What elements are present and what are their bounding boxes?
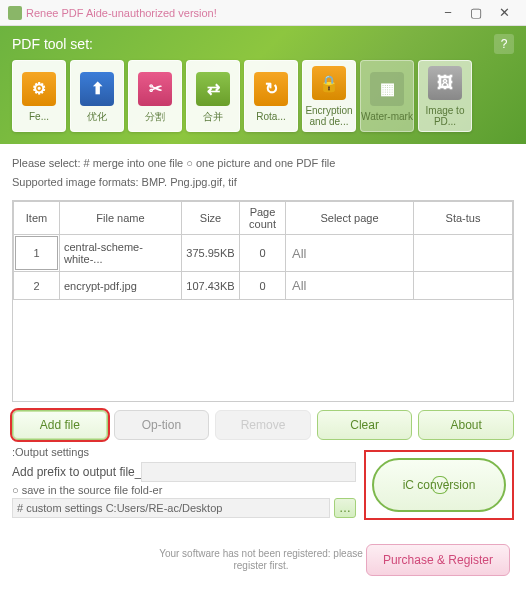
tool-fe[interactable]: ⚙Fe... xyxy=(12,60,66,132)
body: Please select: # merge into one file ○ o… xyxy=(0,144,526,532)
formats-text: Supported image formats: BMP. Png.jpg.gi… xyxy=(12,176,514,188)
maximize-button[interactable]: ▢ xyxy=(462,1,490,25)
cell-item: 2 xyxy=(14,272,60,300)
convert-box: iC conversion xyxy=(364,450,514,520)
image-icon: 🖼 xyxy=(428,66,462,100)
scissors-icon: ✂ xyxy=(138,72,172,106)
file-table-wrap: Item File name Size Page count Select pa… xyxy=(12,200,514,402)
option-button[interactable]: Op-tion xyxy=(114,410,210,440)
file-table: Item File name Size Page count Select pa… xyxy=(13,201,513,300)
cell-selectpage[interactable]: All xyxy=(286,272,414,300)
tool-image-to-pdf[interactable]: 🖼Image to PD... xyxy=(418,60,472,132)
toolset-title: PDF tool set: xyxy=(12,36,93,52)
tool-optimize[interactable]: ⬆优化 xyxy=(70,60,124,132)
window-title: Renee PDF Aide-unauthorized version! xyxy=(26,7,434,19)
remove-button[interactable]: Remove xyxy=(215,410,311,440)
cell-pagecount: 0 xyxy=(240,235,286,272)
up-arrow-icon: ⬆ xyxy=(80,72,114,106)
cell-filename: encrypt-pdf.jpg xyxy=(60,272,182,300)
radio-source-folder[interactable]: ○ save in the source file fold-er xyxy=(12,484,356,496)
th-pagecount: Page count xyxy=(240,202,286,235)
titlebar: Renee PDF Aide-unauthorized version! − ▢… xyxy=(0,0,526,26)
output-path-input[interactable] xyxy=(12,498,330,518)
add-file-button[interactable]: Add file xyxy=(12,410,108,440)
output-left: Add prefix to output file_ ○ save in the… xyxy=(12,462,356,520)
cell-size: 107.43KB xyxy=(182,272,240,300)
th-item: Item xyxy=(14,202,60,235)
cell-size: 375.95KB xyxy=(182,235,240,272)
footer: Your software has not been registered: p… xyxy=(0,532,526,588)
tool-split[interactable]: ✂分割 xyxy=(128,60,182,132)
cell-pagecount: 0 xyxy=(240,272,286,300)
th-filename: File name xyxy=(60,202,182,235)
lock-icon: 🔒 xyxy=(312,66,346,100)
tool-encrypt[interactable]: 🔒Encryption and de... xyxy=(302,60,356,132)
tool-rotate[interactable]: ↻Rota... xyxy=(244,60,298,132)
clear-button[interactable]: Clear xyxy=(317,410,413,440)
cell-selectpage[interactable]: All xyxy=(286,235,414,272)
th-size: Size xyxy=(182,202,240,235)
th-status: Sta-tus xyxy=(414,202,513,235)
toolset: ⚙Fe... ⬆优化 ✂分割 ⇄合并 ↻Rota... 🔒Encryption … xyxy=(12,60,514,132)
table-row[interactable]: 1 central-scheme-white-... 375.95KB 0 Al… xyxy=(14,235,513,272)
actions-row: Add file Op-tion Remove Clear About xyxy=(12,410,514,440)
about-button[interactable]: About xyxy=(418,410,514,440)
prefix-label: Add prefix to output file_ xyxy=(12,465,141,479)
app-icon xyxy=(8,6,22,20)
table-row[interactable]: 2 encrypt-pdf.jpg 107.43KB 0 All xyxy=(14,272,513,300)
header: PDF tool set: ? ⚙Fe... ⬆优化 ✂分割 ⇄合并 ↻Rota… xyxy=(0,26,526,144)
rotate-icon: ↻ xyxy=(254,72,288,106)
register-text: Your software has not been registered: p… xyxy=(156,548,366,572)
help-icon[interactable]: ? xyxy=(494,34,514,54)
tool-watermark[interactable]: ▦Water-mark xyxy=(360,60,414,132)
row-selector[interactable]: 1 xyxy=(15,236,58,270)
minimize-button[interactable]: − xyxy=(434,1,462,25)
close-button[interactable]: ✕ xyxy=(490,1,518,25)
gear-icon: ⚙ xyxy=(22,72,56,106)
browse-button[interactable]: … xyxy=(334,498,356,518)
purchase-register-button[interactable]: Purchase & Register xyxy=(366,544,510,576)
cell-status xyxy=(414,272,513,300)
merge-icon: ⇄ xyxy=(196,72,230,106)
cell-filename: central-scheme-white-... xyxy=(60,235,182,272)
prefix-input[interactable] xyxy=(141,462,356,482)
instruction-text: Please select: # merge into one file ○ o… xyxy=(12,156,514,170)
convert-button[interactable]: iC conversion xyxy=(372,458,506,512)
watermark-icon: ▦ xyxy=(370,72,404,106)
cell-status xyxy=(414,235,513,272)
th-selectpage: Select page xyxy=(286,202,414,235)
tool-merge[interactable]: ⇄合并 xyxy=(186,60,240,132)
